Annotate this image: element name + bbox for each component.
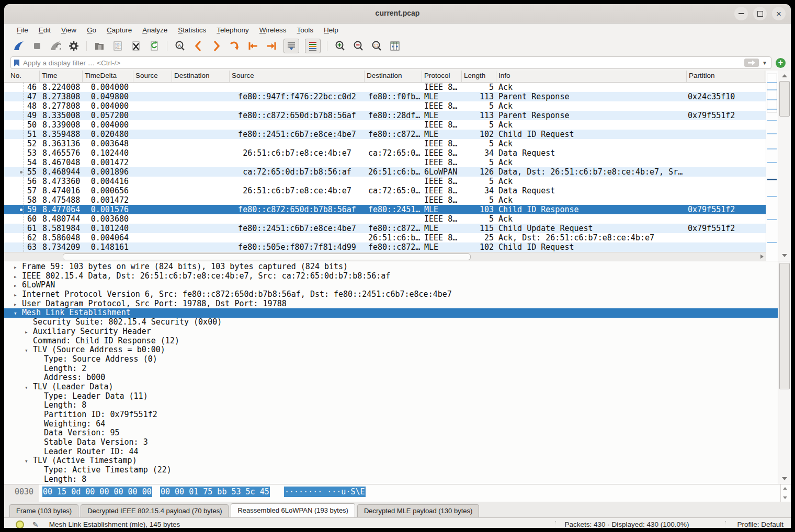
- hex-ascii-selected[interactable]: ········ ···u·S\E: [284, 487, 366, 497]
- detail-line-5[interactable]: ▾Mesh Link Establishment: [4, 308, 778, 318]
- menu-item-edit[interactable]: Edit: [33, 24, 56, 37]
- packet-row-51[interactable]: 518.3594880.020480fe80::2451:c6b7:e8ce:4…: [4, 130, 766, 139]
- go-last-packet-button[interactable]: [265, 40, 278, 52]
- packet-row-54[interactable]: 548.4670480.001472IEEE 8…5Ack: [4, 158, 766, 167]
- detail-line-9[interactable]: ▾TLV (Source Address = b0:00): [4, 345, 778, 355]
- menu-item-file[interactable]: File: [12, 24, 33, 37]
- go-back-button[interactable]: [192, 40, 205, 52]
- packet-row-49[interactable]: 498.3350080.057200fe80::c872:650d:b7b8:5…: [4, 111, 766, 120]
- detail-line-20[interactable]: Leader Router ID: 44: [4, 447, 778, 457]
- packet-row-47[interactable]: 478.2738080.049800fe80::947f:f476:22bc:c…: [4, 92, 766, 101]
- detail-line-18[interactable]: Data Version: 95: [4, 429, 778, 438]
- colorize-toggle[interactable]: [305, 39, 321, 53]
- detail-line-6[interactable]: Security Suite: 802.15.4 Security (0x00): [4, 318, 778, 327]
- go-to-packet-button[interactable]: [229, 40, 241, 52]
- column-header-time[interactable]: Time: [40, 71, 83, 82]
- detail-line-8[interactable]: Command: Child ID Response (12): [4, 337, 778, 346]
- bytes-tab-0[interactable]: Frame (103 bytes): [9, 504, 78, 517]
- start-capture-button[interactable]: [13, 40, 25, 52]
- detail-line-16[interactable]: Partition ID: 0x79f551f2: [4, 410, 778, 420]
- column-header-delta[interactable]: TimeDelta: [83, 71, 133, 82]
- vscrollbar-up-arrow[interactable]: [782, 74, 787, 77]
- detail-line-19[interactable]: Stable Data Version: 3: [4, 438, 778, 447]
- resize-columns-button[interactable]: [389, 40, 401, 52]
- vscrollbar-down-arrow[interactable]: [782, 254, 787, 257]
- bytes-tab-1[interactable]: Decrypted IEEE 802.15.4 payload (70 byte…: [81, 504, 229, 517]
- titlebar[interactable]: current.pcap ×: [4, 4, 791, 24]
- open-file-button[interactable]: [93, 40, 106, 52]
- packet-row-61[interactable]: 618.5819840.101240fe80::2451:c6b7:e8ce:4…: [4, 224, 766, 233]
- menu-item-capture[interactable]: Capture: [101, 24, 137, 37]
- hscrollbar-right-arrow[interactable]: [760, 255, 764, 259]
- capture-comment-icon[interactable]: ✎: [32, 521, 39, 528]
- hscrollbar-thumb[interactable]: [63, 253, 471, 260]
- minimap-thumb[interactable]: [767, 74, 777, 112]
- zoom-in-button[interactable]: [334, 40, 346, 52]
- menu-item-view[interactable]: View: [56, 24, 82, 37]
- menu-item-statistics[interactable]: Statistics: [173, 24, 211, 37]
- expert-info-icon[interactable]: [16, 521, 24, 528]
- stop-capture-button[interactable]: [31, 40, 43, 52]
- go-first-packet-button[interactable]: [247, 40, 259, 52]
- zoom-reset-button[interactable]: 1:1: [370, 40, 383, 52]
- detail-vscrollbar-thumb[interactable]: [779, 263, 790, 389]
- packet-row-46[interactable]: 468.2240080.004000IEEE 8…5Ack: [4, 83, 766, 92]
- menu-item-wireless[interactable]: Wireless: [254, 24, 292, 37]
- find-packet-button[interactable]: A: [174, 40, 186, 52]
- packet-row-50[interactable]: 508.3390080.004000IEEE 8…5Ack: [4, 120, 766, 130]
- detail-line-4[interactable]: ▸User Datagram Protocol, Src Port: 19788…: [4, 299, 778, 309]
- menu-item-tools[interactable]: Tools: [292, 24, 319, 37]
- bytes-scroll-up-arrow[interactable]: [783, 487, 787, 490]
- packet-row-55[interactable]: 558.4689440.001896ca:72:65:0d:b7:b8:56:a…: [4, 167, 766, 177]
- expanded-arrow-icon[interactable]: ▾: [14, 309, 22, 318]
- packet-row-48[interactable]: 488.2778080.004000IEEE 8…5Ack: [4, 101, 766, 111]
- packet-row-52[interactable]: 528.3631360.003648IEEE 8…5Ack: [4, 139, 766, 148]
- packet-row-53[interactable]: 538.4655760.10244026:51:c6:b7:e8:ce:4b:e…: [4, 148, 766, 158]
- packet-row-60[interactable]: 608.4807440.003680IEEE 8…5Ack: [4, 214, 766, 224]
- detail-vscrollbar-down-arrow[interactable]: [782, 477, 787, 480]
- display-filter-input[interactable]: Apply a display filter … <Ctrl-/> ▼: [10, 56, 771, 69]
- restart-capture-button[interactable]: [49, 40, 62, 52]
- hex-bytes-selected[interactable]: 00 15 0d 00 00 00 00 00: [42, 487, 152, 497]
- expanded-arrow-icon[interactable]: ▾: [25, 383, 33, 392]
- maximize-button[interactable]: [753, 7, 767, 20]
- column-header-dst2[interactable]: Destination: [365, 71, 422, 82]
- column-header-dst1[interactable]: Destination: [172, 71, 230, 82]
- collapsed-arrow-icon[interactable]: ▸: [14, 263, 22, 272]
- collapsed-arrow-icon[interactable]: ▸: [25, 328, 33, 337]
- filter-dropdown-caret[interactable]: ▼: [762, 60, 767, 66]
- capture-options-button[interactable]: [67, 40, 80, 52]
- detail-line-0[interactable]: ▸Frame 59: 103 bytes on wire (824 bits),…: [4, 262, 778, 272]
- status-profile[interactable]: Profile: Default: [737, 521, 783, 528]
- zoom-out-button[interactable]: [352, 40, 365, 52]
- collapsed-arrow-icon[interactable]: ▸: [14, 281, 22, 290]
- detail-line-1[interactable]: ▸IEEE 802.15.4 Data, Dst: 26:51:c6:b7:e8…: [4, 272, 778, 281]
- detail-line-15[interactable]: Length: 8: [4, 401, 778, 410]
- detail-line-12[interactable]: Address: b000: [4, 373, 778, 383]
- detail-line-13[interactable]: ▾TLV (Leader Data): [4, 383, 778, 392]
- menu-item-analyze[interactable]: Analyze: [137, 24, 173, 37]
- bytes-tab-2[interactable]: Reassembled 6LoWPAN (193 bytes): [231, 503, 355, 517]
- packet-row-63[interactable]: 638.7342090.148161fe80::505e:f807:7f81:4…: [4, 242, 766, 252]
- packet-list-minimap[interactable]: [766, 71, 778, 261]
- close-file-button[interactable]: [130, 40, 142, 52]
- bytes-vscrollbar[interactable]: [780, 484, 789, 502]
- detail-vscrollbar[interactable]: [778, 261, 791, 484]
- menu-item-help[interactable]: Help: [319, 24, 344, 37]
- vscrollbar-thumb[interactable]: [779, 81, 790, 117]
- expanded-arrow-icon[interactable]: ▾: [25, 457, 33, 466]
- column-header-proto[interactable]: Protocol: [422, 71, 462, 82]
- packet-row-58[interactable]: 588.4754880.001472IEEE 8…5Ack: [4, 195, 766, 205]
- packet-list-hscrollbar[interactable]: [4, 252, 766, 261]
- packet-row-59[interactable]: 598.4770640.001576fe80::c872:650d:b7b8:5…: [4, 205, 766, 214]
- packet-row-57[interactable]: 578.4740160.00065626:51:c6:b7:e8:ce:4b:e…: [4, 186, 766, 195]
- detail-line-14[interactable]: Type: Leader Data (11): [4, 392, 778, 401]
- column-header-src1[interactable]: Source: [133, 71, 172, 82]
- column-header-len[interactable]: Length: [462, 71, 496, 82]
- detail-line-22[interactable]: Type: Active Timestamp (22): [4, 466, 778, 475]
- menu-item-go[interactable]: Go: [82, 24, 101, 37]
- detail-line-21[interactable]: ▾TLV (Active Timestamp): [4, 456, 778, 466]
- menu-item-telephony[interactable]: Telephony: [211, 24, 254, 37]
- detail-line-17[interactable]: Weighting: 64: [4, 420, 778, 429]
- detail-line-23[interactable]: Length: 8: [4, 475, 778, 484]
